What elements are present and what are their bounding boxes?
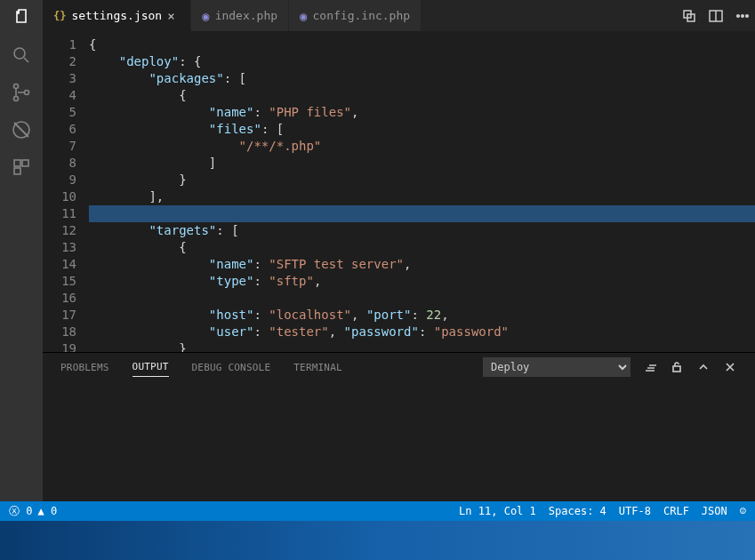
output-channel-select[interactable]: Deploy bbox=[483, 357, 631, 377]
warnings-count[interactable]: ▲ 0 bbox=[37, 505, 57, 517]
tab-label: settings.json bbox=[71, 9, 162, 22]
close-icon[interactable]: × bbox=[167, 10, 180, 22]
svg-rect-6 bbox=[22, 160, 28, 166]
extensions-icon[interactable] bbox=[11, 156, 32, 178]
split-editor-icon[interactable] bbox=[709, 9, 723, 23]
code-area[interactable]: { "deploy": { "packages": [ { "name": "P… bbox=[89, 31, 755, 352]
close-panel-icon[interactable] bbox=[723, 360, 737, 374]
panel-tab-problems[interactable]: PROBLEMS bbox=[60, 362, 109, 373]
debug-icon[interactable] bbox=[11, 119, 32, 140]
panel-tab-terminal[interactable]: TERMINAL bbox=[293, 362, 342, 373]
bottom-panel: PROBLEMS OUTPUT DEBUG CONSOLE TERMINAL D… bbox=[43, 352, 755, 501]
indentation[interactable]: Spaces: 4 bbox=[549, 505, 606, 517]
tab-config-inc-php[interactable]: ◉ config.inc.php bbox=[289, 0, 422, 31]
code-editor[interactable]: 12345678910111213141516171819 { "deploy"… bbox=[43, 31, 755, 352]
svg-point-13 bbox=[746, 14, 749, 17]
clear-output-icon[interactable] bbox=[643, 360, 657, 374]
line-gutter: 12345678910111213141516171819 bbox=[43, 31, 89, 352]
maximize-panel-icon[interactable] bbox=[696, 360, 711, 374]
tab-label: config.inc.php bbox=[313, 9, 411, 22]
open-changes-icon[interactable] bbox=[682, 9, 696, 23]
svg-point-1 bbox=[14, 84, 19, 89]
panel-tab-debug-console[interactable]: DEBUG CONSOLE bbox=[192, 362, 271, 373]
status-bar: ⓧ 0 ▲ 0 Ln 11, Col 1 Spaces: 4 UTF-8 CRL… bbox=[0, 501, 755, 521]
panel-tab-output[interactable]: OUTPUT bbox=[133, 361, 169, 377]
eol[interactable]: CRLF bbox=[663, 505, 689, 517]
tab-index-php[interactable]: ◉ index.php bbox=[191, 0, 289, 31]
php-icon: ◉ bbox=[202, 9, 209, 23]
activity-bar bbox=[0, 0, 43, 501]
encoding[interactable]: UTF-8 bbox=[619, 505, 651, 517]
explorer-icon[interactable] bbox=[11, 7, 32, 28]
svg-point-2 bbox=[14, 97, 19, 101]
editor-tabs: {} settings.json × ◉ index.php ◉ config.… bbox=[43, 0, 755, 31]
more-icon[interactable] bbox=[735, 9, 750, 23]
svg-point-12 bbox=[742, 14, 744, 17]
windows-taskbar bbox=[0, 521, 755, 560]
svg-point-0 bbox=[14, 48, 25, 59]
svg-rect-5 bbox=[14, 160, 20, 166]
svg-point-11 bbox=[737, 14, 740, 17]
tab-label: index.php bbox=[215, 9, 277, 22]
svg-rect-14 bbox=[673, 366, 680, 372]
php-icon: ◉ bbox=[300, 9, 307, 23]
cursor-position[interactable]: Ln 11, Col 1 bbox=[459, 505, 536, 517]
language-mode[interactable]: JSON bbox=[702, 505, 727, 517]
svg-point-3 bbox=[25, 91, 29, 95]
source-control-icon[interactable] bbox=[11, 82, 32, 103]
svg-rect-7 bbox=[14, 168, 20, 174]
json-icon: {} bbox=[53, 10, 66, 22]
lock-scroll-icon[interactable] bbox=[670, 360, 684, 374]
tab-settings-json[interactable]: {} settings.json × bbox=[43, 0, 191, 31]
errors-count[interactable]: ⓧ 0 bbox=[9, 504, 32, 519]
search-icon[interactable] bbox=[11, 44, 32, 66]
feedback-icon[interactable]: ☺ bbox=[740, 505, 746, 517]
